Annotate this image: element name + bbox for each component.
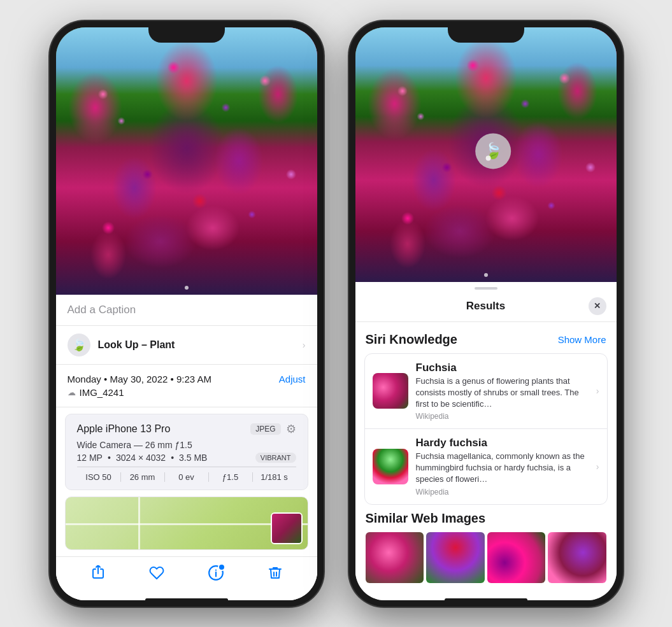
settings-icon: ⚙ <box>286 422 296 436</box>
knowledge-card: Fuchsia Fuchsia is a genus of flowering … <box>364 353 608 505</box>
exif-row: ISO 50 26 mm 0 ev ƒ1.5 1/181 s <box>77 467 296 482</box>
right-screen: 🍃 Results ✕ Siri Knowledge Show More <box>355 27 617 600</box>
map-thumbnail-img <box>272 514 301 543</box>
map-thumbnail <box>271 512 303 544</box>
mp-spec: 12 MP <box>77 453 103 463</box>
hardy-chevron: › <box>596 461 599 472</box>
knowledge-item-hardy[interactable]: Hardy fuchsia Fuchsia magellanica, commo… <box>365 429 607 504</box>
similar-images-grid <box>366 532 606 583</box>
style-badge: VIBRANT <box>255 453 296 463</box>
info-panel: Add a Caption 🍃 Look Up – Plant › Monday… <box>56 295 317 600</box>
photo-display[interactable] <box>56 27 317 295</box>
map-road-v <box>138 497 140 549</box>
caption-area[interactable]: Add a Caption <box>56 295 317 326</box>
right-photo-display[interactable]: 🍃 <box>355 27 617 282</box>
lookup-chevron: › <box>303 340 306 350</box>
fuchsia-desc: Fuchsia is a genus of flowering plants t… <box>416 376 589 411</box>
favorite-button[interactable] <box>149 565 164 584</box>
adjust-button[interactable]: Adjust <box>279 374 306 384</box>
meta-filename: ☁ IMG_4241 <box>68 387 306 398</box>
camera-model: Apple iPhone 13 Pro <box>77 423 171 435</box>
lookup-label: Look Up – Plant <box>98 339 175 351</box>
right-page-indicator <box>484 273 488 277</box>
fuchsia-source: Wikipedia <box>416 412 589 421</box>
right-home-indicator <box>445 598 527 602</box>
similar-images-title: Similar Web Images <box>366 511 606 526</box>
similar-img-4[interactable] <box>548 532 606 583</box>
hardy-name: Hardy fuchsia <box>416 437 589 449</box>
exif-iso: ISO 50 <box>77 472 121 482</box>
delete-button[interactable] <box>268 565 283 584</box>
info-button[interactable] <box>208 565 224 585</box>
fuchsia-text: Fuchsia Fuchsia is a genus of flowering … <box>416 362 589 421</box>
lookup-row[interactable]: 🍃 Look Up – Plant › <box>56 326 317 365</box>
similar-images-section: Similar Web Images <box>355 511 617 593</box>
siri-knowledge-title: Siri Knowledge <box>366 332 457 347</box>
exif-focal: 26 mm <box>121 472 165 482</box>
exif-aperture: ƒ1.5 <box>209 472 253 482</box>
results-sheet: Results ✕ Siri Knowledge Show More <box>355 282 617 600</box>
caption-placeholder[interactable]: Add a Caption <box>68 304 136 316</box>
fuchsia-chevron: › <box>596 386 599 396</box>
map-area[interactable] <box>65 497 308 550</box>
right-phone: 🍃 Results ✕ Siri Knowledge Show More <box>349 21 623 607</box>
lookup-dot <box>485 155 490 160</box>
format-badge: JPEG <box>250 423 280 435</box>
share-button[interactable] <box>90 565 106 584</box>
camera-section: Apple iPhone 13 Pro JPEG ⚙ Wide Camera —… <box>65 414 308 490</box>
visual-lookup-button[interactable]: 🍃 <box>475 133 511 169</box>
lookup-icon: 🍃 <box>68 334 90 356</box>
hardy-text: Hardy fuchsia Fuchsia magellanica, commo… <box>416 437 589 497</box>
exif-shutter: 1/181 s <box>253 472 296 482</box>
resolution-spec: 3024 × 4032 <box>116 453 166 463</box>
info-badge <box>218 563 225 571</box>
fuchsia-name: Fuchsia <box>416 362 589 374</box>
show-more-button[interactable]: Show More <box>558 334 606 345</box>
fuchsia-thumb-img <box>373 373 408 409</box>
hardy-source: Wikipedia <box>416 488 589 497</box>
spec-row: 12 MP • 3024 × 4032 • 3.5 MB VIBRANT <box>77 453 296 463</box>
similar-img-3[interactable] <box>487 532 546 583</box>
left-screen: Add a Caption 🍃 Look Up – Plant › Monday… <box>56 27 317 600</box>
similar-img-1[interactable] <box>366 532 424 583</box>
similar-img-2[interactable] <box>426 532 485 583</box>
fuchsia-thumbnail <box>373 373 408 409</box>
hardy-thumbnail <box>373 449 408 484</box>
hardy-desc: Fuchsia magellanica, commonly known as t… <box>416 451 589 486</box>
page-indicator <box>185 286 189 290</box>
exif-ev: 0 ev <box>165 472 209 482</box>
results-title: Results <box>383 300 589 313</box>
hardy-thumb-img <box>373 449 408 484</box>
home-indicator <box>145 598 228 602</box>
knowledge-item-fuchsia[interactable]: Fuchsia Fuchsia is a genus of flowering … <box>365 354 607 430</box>
results-header: Results ✕ <box>355 290 617 322</box>
lens-info: Wide Camera — 26 mm ƒ1.5 <box>77 440 296 450</box>
meta-date: Monday • May 30, 2022 • 9:23 AM <box>68 374 211 384</box>
format-badges: JPEG ⚙ <box>250 422 296 436</box>
size-spec: 3.5 MB <box>179 453 207 463</box>
results-content: Siri Knowledge Show More Fuchsia Fuchsia… <box>355 322 617 600</box>
close-button[interactable]: ✕ <box>589 297 606 315</box>
cloud-icon: ☁ <box>68 388 76 397</box>
meta-section: Monday • May 30, 2022 • 9:23 AM Adjust ☁… <box>56 365 317 407</box>
siri-knowledge-header: Siri Knowledge Show More <box>355 322 617 353</box>
left-phone: Add a Caption 🍃 Look Up – Plant › Monday… <box>50 21 324 607</box>
bottom-toolbar <box>56 556 317 600</box>
